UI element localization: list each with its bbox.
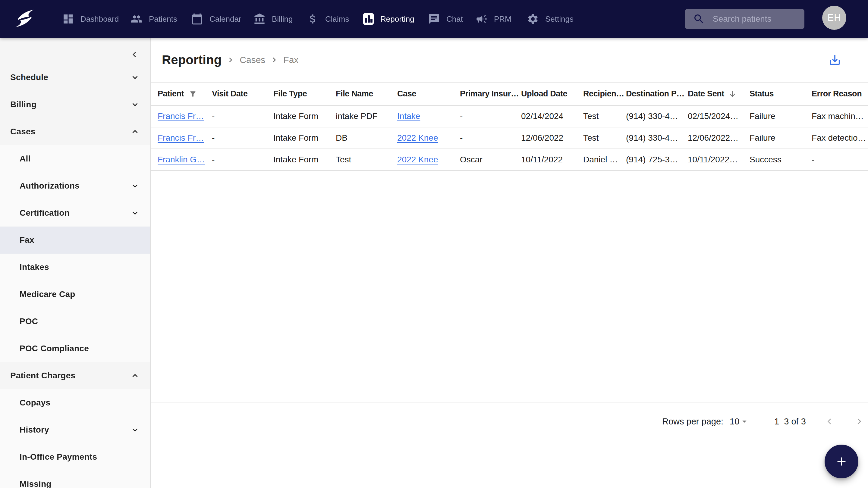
chevron-left-icon	[129, 49, 140, 60]
case-link[interactable]: Intake	[397, 111, 420, 121]
sidebar-item-fax[interactable]: Fax	[0, 227, 150, 254]
sidebar: Schedule Billing Cases All Authorization…	[0, 38, 151, 488]
sidebar-item-in-office-payments[interactable]: In-Office Payments	[0, 444, 150, 470]
sidebar-item-poc-compliance[interactable]: POC Compliance	[0, 335, 150, 362]
cell-file-name: DB	[336, 133, 397, 143]
nav-label: Settings	[545, 15, 574, 23]
cell-upload-date: 12/06/2022	[521, 133, 583, 143]
nav-item-billing[interactable]: Billing	[253, 0, 293, 38]
sidebar-item-patient-charges[interactable]: Patient Charges	[0, 362, 150, 389]
chevron-down-icon	[130, 425, 140, 435]
cell-primary-insurance: -	[460, 111, 521, 121]
column-header-primary-insurance[interactable]: Primary Insur…	[460, 89, 521, 98]
filter-icon[interactable]	[189, 90, 197, 98]
sidebar-item-billing[interactable]: Billing	[0, 91, 150, 118]
plus-icon	[835, 455, 848, 468]
cell-file-name: Test	[336, 155, 397, 164]
cell-file-type: Intake Form	[273, 111, 336, 121]
cell-status: Failure	[749, 133, 812, 143]
sidebar-item-medicare-cap[interactable]: Medicare Cap	[0, 281, 150, 308]
breadcrumb: Reporting Cases Fax	[151, 38, 868, 82]
nav-item-calendar[interactable]: Calendar	[191, 0, 241, 38]
column-header-patient[interactable]: Patient	[151, 89, 212, 98]
patient-link[interactable]: Franklin G…	[158, 155, 205, 164]
cell-recipient: Test	[583, 133, 626, 143]
cell-file-name: intake PDF	[336, 111, 397, 121]
column-header-destination[interactable]: Destination P…	[626, 89, 688, 98]
cell-status: Failure	[749, 111, 812, 121]
nav-item-patients[interactable]: Patients	[130, 0, 177, 38]
nav-item-dashboard[interactable]: Dashboard	[62, 0, 119, 38]
nav-item-prm[interactable]: PRM	[475, 0, 512, 38]
patient-link[interactable]: Francis Fr…	[158, 111, 204, 121]
sidebar-item-history[interactable]: History	[0, 416, 150, 444]
cell-upload-date: 10/11/2022	[521, 155, 583, 164]
patient-link[interactable]: Francis Fr…	[158, 133, 204, 143]
cell-destination: (914) 330-4…	[626, 133, 688, 143]
chevron-right-icon	[270, 55, 279, 65]
chevron-down-icon	[130, 99, 140, 110]
sidebar-item-poc[interactable]: POC	[0, 308, 150, 335]
case-link[interactable]: 2022 Knee	[397, 133, 438, 143]
column-header-date-sent[interactable]: Date Sent	[688, 89, 749, 98]
brand-logo-icon[interactable]	[14, 9, 35, 28]
cell-destination: (914) 725-3…	[626, 155, 688, 164]
sidebar-item-missing[interactable]: Missing	[0, 470, 150, 488]
nav-item-claims[interactable]: Claims	[307, 0, 349, 38]
dashboard-icon	[62, 13, 74, 25]
sidebar-item-authorizations[interactable]: Authorizations	[0, 172, 150, 199]
download-button[interactable]	[828, 53, 842, 67]
column-header-error-reason[interactable]: Error Reason	[812, 89, 868, 98]
nav-label: Claims	[325, 15, 349, 23]
table-row: Franklin G… - Intake Form Test 2022 Knee…	[151, 149, 868, 171]
sidebar-item-certification[interactable]: Certification	[0, 199, 150, 227]
cell-file-type: Intake Form	[273, 155, 336, 164]
cell-destination: (914) 330-4…	[626, 111, 688, 121]
chevron-right-icon	[854, 416, 865, 427]
nav-label: Chat	[446, 15, 463, 23]
breadcrumb-cases[interactable]: Cases	[240, 55, 265, 65]
column-header-visit-date[interactable]: Visit Date	[212, 89, 273, 98]
cell-primary-insurance: -	[460, 133, 521, 143]
dropdown-arrow-icon[interactable]	[740, 417, 749, 426]
chat-icon	[428, 13, 440, 25]
sidebar-item-cases[interactable]: Cases	[0, 118, 150, 145]
cell-date-sent: 02/15/2024…	[688, 111, 749, 121]
search-box[interactable]	[685, 9, 804, 29]
nav-label: Patients	[149, 15, 177, 23]
sidebar-item-schedule[interactable]: Schedule	[0, 64, 150, 91]
column-header-file-name[interactable]: File Name	[336, 89, 397, 98]
nav-label: Calendar	[210, 15, 241, 23]
search-input[interactable]	[713, 14, 800, 24]
rows-per-page-select[interactable]: 10	[730, 417, 739, 426]
cell-primary-insurance: Oscar	[460, 155, 521, 164]
cell-date-sent: 12/06/2022…	[688, 133, 749, 143]
calendar-icon	[191, 13, 203, 25]
cell-error-reason: Fax detectio…	[812, 133, 868, 143]
sidebar-item-all[interactable]: All	[0, 145, 150, 172]
chevron-up-icon	[130, 127, 140, 137]
gear-icon	[527, 13, 539, 25]
previous-page-button[interactable]	[824, 416, 835, 427]
cell-recipient: Daniel …	[583, 155, 626, 164]
cell-visit-date: -	[212, 133, 273, 143]
table-row: Francis Fr… - Intake Form DB 2022 Knee -…	[151, 127, 868, 149]
nav-item-chat[interactable]: Chat	[428, 0, 463, 38]
sidebar-item-copays[interactable]: Copays	[0, 389, 150, 416]
chevron-right-icon	[226, 55, 236, 65]
column-header-file-type[interactable]: File Type	[273, 89, 336, 98]
column-header-recipient[interactable]: Recipien…	[583, 89, 626, 98]
column-header-case[interactable]: Case	[397, 89, 460, 98]
sidebar-collapse-button[interactable]	[128, 48, 141, 61]
sidebar-item-intakes[interactable]: Intakes	[0, 254, 150, 281]
add-fab-button[interactable]	[825, 445, 858, 478]
case-link[interactable]: 2022 Knee	[397, 155, 438, 164]
sort-descending-icon[interactable]	[728, 90, 737, 98]
nav-item-reporting[interactable]: Reporting	[363, 0, 414, 38]
column-header-upload-date[interactable]: Upload Date	[521, 89, 583, 98]
dollar-icon	[307, 13, 319, 25]
avatar[interactable]: EH	[822, 6, 846, 30]
column-header-status[interactable]: Status	[749, 89, 812, 98]
next-page-button[interactable]	[854, 416, 865, 427]
nav-item-settings[interactable]: Settings	[527, 0, 574, 38]
